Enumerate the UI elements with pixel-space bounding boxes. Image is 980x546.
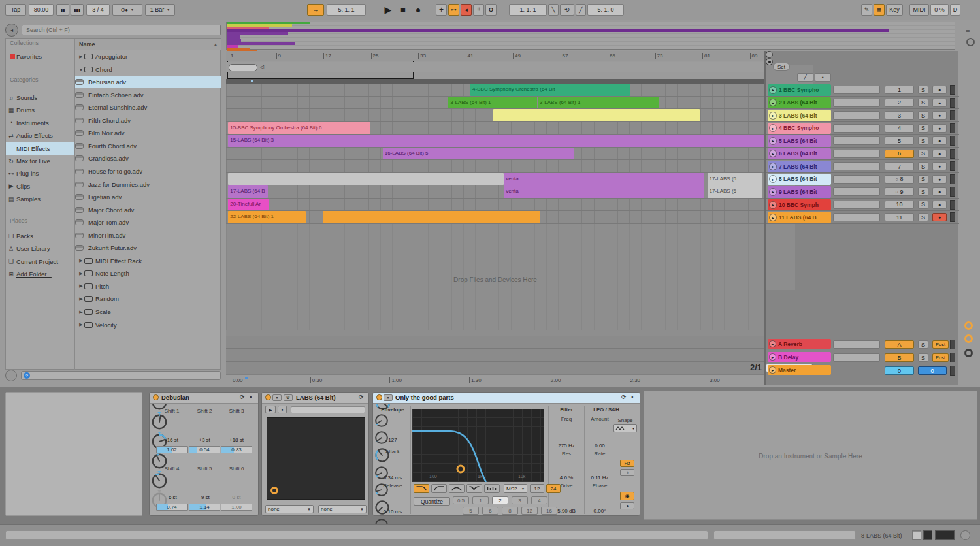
device-activator[interactable] [265, 394, 271, 400]
preset-play-button[interactable]: ▶ [265, 406, 276, 413]
notch-filter-button[interactable] [466, 484, 482, 493]
track-7-clip-lane[interactable] [226, 160, 764, 173]
sidebar-item-user-library[interactable]: ♙User Library [6, 242, 74, 255]
arm-button[interactable]: ● [932, 136, 947, 145]
view-options-icon[interactable]: ≡ [966, 26, 975, 34]
arm-button[interactable]: ● [932, 201, 947, 209]
clip[interactable]: 17-LABS (6 [708, 173, 762, 185]
track-4-clip-lane[interactable]: 15-BBC Symphony Orchestra (64 Bit) 6 [226, 122, 764, 135]
master-track-header[interactable]: ▸Master1/2▼00 [766, 364, 959, 377]
track-8-clip-lane[interactable]: venta17-LABS (6 [226, 173, 764, 186]
folder-closed-icon[interactable]: ▶ [78, 283, 84, 289]
lfo-mono-button[interactable]: ◉ [620, 492, 634, 500]
mixer-section-toggle-2[interactable] [964, 334, 973, 343]
loop-marker-button-2[interactable] [766, 58, 773, 65]
quantize-value-button[interactable]: 5 [463, 507, 479, 515]
folder-open-icon[interactable]: ▼ [78, 67, 84, 72]
return-name-chip[interactable]: ▸B Delay [768, 352, 831, 362]
highpass-filter-button[interactable] [431, 484, 447, 493]
arm-button[interactable]: ● [932, 99, 947, 107]
file-list-header[interactable]: Name ▲ [75, 39, 221, 50]
arm-button[interactable]: ● [932, 175, 947, 184]
clip[interactable]: 4-BBC Symphony Orchestra (64 Bit [470, 84, 630, 96]
solo-button[interactable]: S [918, 136, 928, 145]
re-enable-automation-button[interactable]: ⠿ [473, 4, 484, 16]
track-number-button[interactable]: 6 [885, 150, 914, 158]
track-10-clip-lane[interactable]: 20-Tinefull Ar [226, 199, 764, 212]
folder-closed-icon[interactable]: ▶ [78, 54, 84, 59]
browser-footer-circle[interactable] [5, 370, 17, 381]
track-header-11[interactable]: ▸11 LABS (64 B11S● [766, 211, 959, 224]
back-to-arrangement-button[interactable]: ◂ [461, 4, 472, 16]
track-header-5[interactable]: ▸5 LABS (64 Bit5S● [766, 135, 959, 148]
track-11-clip-lane[interactable]: 22-LABS (64 Bit) 1 [226, 211, 764, 224]
return-select-button[interactable]: B [885, 353, 914, 362]
track-number-button[interactable]: ○8 [885, 175, 914, 184]
draw-automation-button[interactable]: ╱ [797, 73, 813, 82]
quantize-value-button[interactable]: 12 [521, 507, 538, 515]
stop-button[interactable]: ■ [397, 3, 410, 16]
track-3-clip-lane[interactable] [226, 109, 764, 122]
arrangement-clip-area[interactable]: 4-BBC Symphony Orchestra (64 Bit3-LABS (… [226, 84, 764, 224]
time-ruler[interactable]: 0.000.301.001.302.002.303.00 [226, 374, 764, 385]
quantize-value-button[interactable]: 2 [492, 496, 508, 504]
track-play-icon[interactable]: ▸ [769, 163, 777, 170]
track-number-button[interactable]: 5 [885, 136, 914, 145]
solo-button[interactable]: S [918, 340, 928, 349]
track-1-clip-lane[interactable]: 4-BBC Symphony Orchestra (64 Bit [226, 84, 764, 97]
file-list-folder[interactable]: ▶Scale [75, 306, 221, 318]
track-2-clip-lane[interactable]: 3-LABS (64 Bit) 13-LABS (64 Bit) 1 [226, 97, 764, 110]
file-list-item[interactable]: House for to go.adv [75, 165, 221, 178]
track-header-1[interactable]: ▸1 BBC Sympho1S● [766, 84, 959, 97]
sidebar-item-favorites[interactable]: Favorites [6, 50, 74, 63]
clip[interactable]: venta [504, 185, 704, 198]
shift-amount-slider[interactable]: 1.00 [221, 504, 252, 511]
track-header-7[interactable]: ▸7 LABS (64 Bit7S● [766, 160, 959, 173]
unfold-button[interactable]: ▼ [272, 394, 282, 401]
file-list-folder[interactable]: ▶Arpeggiator [75, 50, 221, 63]
clip[interactable]: 16-LABS (64 Bit) 5 [383, 148, 574, 160]
track-play-icon[interactable]: ▸ [769, 112, 777, 120]
sidebar-item-packs[interactable]: ❒Packs [6, 230, 74, 242]
track-name-chip[interactable]: ▸10 BBC Symph [768, 199, 831, 211]
sidebar-item-instruments[interactable]: ◔Instruments [6, 117, 74, 129]
solo-button[interactable]: S [918, 150, 928, 158]
search-input[interactable]: Search (Ctrl + F) [22, 25, 221, 35]
browser-collapse-button[interactable]: ◂ [5, 24, 18, 37]
shift-amount-slider[interactable]: 1.14 [189, 504, 220, 511]
key-map-button[interactable]: Key [886, 4, 903, 16]
solo-button[interactable]: S [918, 213, 928, 221]
track-number-button[interactable]: 4 [885, 124, 914, 133]
lfo-sync-button[interactable]: ♪ [620, 469, 634, 476]
file-list-item[interactable]: Jazz for Dummies.adv [75, 178, 221, 191]
track-name-chip[interactable]: ▸6 LABS (64 Bit [768, 148, 831, 160]
midi-map-button[interactable]: MIDI [909, 4, 929, 16]
device-header[interactable]: ▼ Only the good parts ⟳ ▪ [373, 393, 640, 404]
clip[interactable]: 17-LABS (64 B [228, 185, 268, 198]
track-play-icon[interactable]: ▸ [769, 201, 777, 209]
clip[interactable]: 20-Tinefull Ar [228, 199, 269, 211]
arrangement-position-display[interactable]: 5. 1. 1 [327, 4, 366, 16]
arm-button[interactable]: ● [932, 124, 947, 133]
shift-amount-slider[interactable]: 0.83 [221, 446, 252, 453]
session-record-button[interactable]: O [485, 4, 497, 16]
post-button[interactable]: Post [932, 353, 949, 362]
track-play-icon[interactable]: ▸ [769, 340, 776, 347]
device-header[interactable]: ▼ ⚙ LABS (64 Bit) ⟳ [262, 393, 368, 404]
lowpass-filter-button[interactable] [414, 484, 429, 493]
time-signature-display[interactable]: 3 / 4 [86, 4, 110, 16]
arm-button[interactable]: ● [932, 162, 947, 170]
solo-button[interactable]: S [918, 162, 928, 170]
clip-view-panel[interactable] [5, 392, 142, 516]
track-play-icon[interactable]: ▸ [769, 175, 777, 183]
sidebar-item-samples[interactable]: ▤Samples [6, 193, 74, 205]
shift-amount-slider[interactable]: 0.74 [156, 504, 188, 511]
track-9-clip-lane[interactable]: 17-LABS (64 Bventa17-LABS (6 [226, 185, 764, 199]
master-name-chip[interactable]: ▸Master [768, 365, 831, 375]
file-list-folder[interactable]: ▼Chord [75, 63, 221, 76]
clip[interactable]: venta [504, 173, 704, 185]
count-in-button[interactable]: ▮▮▮ [71, 4, 84, 16]
file-list-item[interactable]: Major Tom.adv [75, 216, 221, 229]
clip[interactable]: 3-LABS (64 Bit) 1 [538, 97, 659, 109]
record-button[interactable]: ● [412, 3, 425, 16]
